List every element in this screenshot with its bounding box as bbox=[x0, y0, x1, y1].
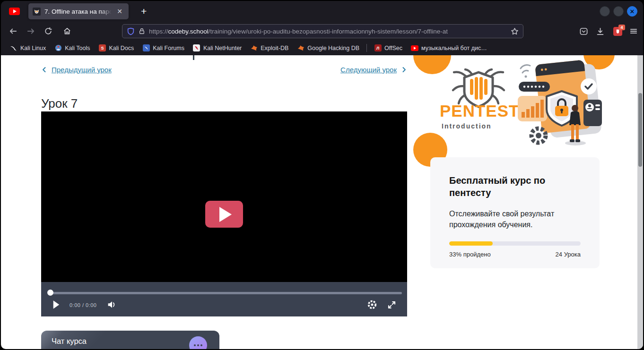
new-tab-button[interactable]: + bbox=[137, 6, 150, 17]
google-hacking-db-icon bbox=[297, 44, 305, 52]
clipped-heading-remnant bbox=[193, 55, 194, 60]
volume-icon[interactable] bbox=[106, 299, 118, 310]
extension-badge: 4 bbox=[618, 25, 625, 31]
next-lesson-link[interactable]: Следующий урок bbox=[340, 66, 407, 74]
lessons-count-label: 24 Урока bbox=[556, 251, 581, 258]
bookmark-kali-forums[interactable]: Kali Forums bbox=[138, 43, 189, 53]
page-content: Предыдущий урок Следующий урок Урок 7 0:… bbox=[1, 55, 643, 349]
url-text[interactable]: https://codeby.school/training/view/urok… bbox=[149, 28, 507, 35]
bookmarks-separator bbox=[366, 44, 367, 52]
banner-brand: PENTEST bbox=[440, 102, 519, 120]
home-icon[interactable] bbox=[61, 25, 74, 38]
play-button[interactable] bbox=[52, 299, 61, 310]
bookmark-kali-linux[interactable]: Kali Linux bbox=[6, 43, 50, 53]
url-domain: codeby.school bbox=[168, 28, 209, 35]
codeby-favicon-icon bbox=[33, 8, 41, 16]
page-scrollbar-track[interactable] bbox=[637, 55, 643, 349]
progress-bar bbox=[449, 241, 581, 246]
forward-icon[interactable] bbox=[24, 25, 37, 38]
tab-bar: 7. Offline атака на пароли ✕ + ✕ bbox=[1, 1, 643, 22]
lock-icon[interactable] bbox=[139, 27, 145, 35]
seek-bar[interactable] bbox=[48, 292, 402, 294]
reload-icon[interactable] bbox=[42, 25, 55, 38]
banner-subtitle: Introduction bbox=[442, 122, 492, 130]
video-controls: 0:00 / 0:00 bbox=[41, 282, 407, 316]
tab-close-icon[interactable]: ✕ bbox=[115, 7, 124, 16]
page-scrollbar-thumb[interactable] bbox=[638, 93, 642, 167]
bookmark-google-hacking-db[interactable]: Google Hacking DB bbox=[293, 43, 364, 53]
chevron-right-icon bbox=[401, 66, 407, 73]
kali-tools-icon bbox=[54, 44, 62, 52]
settings-gear-icon[interactable] bbox=[366, 299, 378, 311]
tab-title: 7. Offline атака на пароли bbox=[44, 8, 113, 15]
video-screen[interactable] bbox=[41, 111, 407, 282]
minimize-button[interactable] bbox=[600, 6, 610, 17]
window-controls: ✕ bbox=[600, 6, 643, 17]
bookmark-exploit-db[interactable]: Exploit-DB bbox=[246, 43, 293, 53]
navigation-toolbar: https://codeby.school/training/view/urok… bbox=[1, 22, 643, 41]
progress-percent-label: 33% пройдено bbox=[449, 251, 491, 258]
menu-hamburger-icon[interactable] bbox=[627, 25, 640, 38]
course-card-description: Отслеживайте свой результат прохождения … bbox=[449, 208, 581, 230]
exploit-db-icon bbox=[250, 44, 258, 52]
course-progress-card: Бесплатный курс по пентесту Отслеживайте… bbox=[430, 157, 600, 268]
security-illustration bbox=[518, 56, 602, 149]
course-card-title: Бесплатный курс по пентесту bbox=[449, 174, 581, 199]
progress-fill bbox=[449, 241, 493, 246]
seek-handle[interactable] bbox=[47, 290, 53, 296]
chat-title: Чат курса bbox=[52, 337, 87, 346]
lesson-navigation: Предыдущий урок Следующий урок bbox=[41, 66, 407, 74]
bookmark-star-icon[interactable] bbox=[511, 27, 519, 35]
fullscreen-icon[interactable] bbox=[386, 299, 397, 310]
bookmark-kali-docs[interactable]: S Kali Docs bbox=[94, 43, 138, 53]
close-button[interactable]: ✕ bbox=[627, 6, 637, 17]
banner-decor-circle bbox=[413, 55, 451, 74]
downloads-icon[interactable] bbox=[593, 25, 607, 38]
adblock-extension-icon[interactable]: 4 bbox=[611, 25, 624, 38]
prev-lesson-label: Предыдущий урок bbox=[52, 66, 112, 74]
kali-docs-icon: S bbox=[98, 44, 106, 52]
next-lesson-label: Следующий урок bbox=[340, 66, 397, 74]
kali-nethunter-icon bbox=[193, 44, 200, 52]
bookmark-music-bot[interactable]: музыкальный бот дис… bbox=[407, 43, 491, 53]
tracking-shield-icon[interactable] bbox=[127, 27, 135, 36]
youtube-icon bbox=[9, 8, 20, 15]
kali-dragon-icon bbox=[10, 44, 17, 52]
kali-forums-icon bbox=[142, 44, 150, 52]
url-bar[interactable]: https://codeby.school/training/view/urok… bbox=[122, 24, 523, 38]
url-path: /training/view/uroki-po-auditu-bezopasno… bbox=[209, 28, 448, 35]
bookmark-kali-tools[interactable]: Kali Tools bbox=[50, 43, 94, 53]
lesson-title: Урок 7 bbox=[41, 96, 78, 111]
youtube-icon bbox=[411, 44, 418, 52]
time-display: 0:00 / 0:00 bbox=[70, 302, 97, 308]
browser-window: 7. Offline атака на пароли ✕ + ✕ https:/… bbox=[0, 0, 644, 350]
chat-bubble-icon[interactable] bbox=[189, 336, 207, 349]
course-chat-widget[interactable]: Чат курса bbox=[41, 331, 219, 349]
maximize-button[interactable] bbox=[613, 6, 624, 17]
tab-active[interactable]: 7. Offline атака на пароли ✕ bbox=[28, 3, 129, 19]
video-player: 0:00 / 0:00 bbox=[41, 111, 407, 316]
back-icon[interactable] bbox=[7, 25, 20, 38]
prev-lesson-link[interactable]: Предыдущий урок bbox=[41, 66, 112, 74]
chevron-left-icon bbox=[41, 66, 47, 73]
big-play-button[interactable] bbox=[205, 201, 243, 228]
offsec-icon: Л bbox=[374, 44, 382, 52]
bookmark-offsec[interactable]: Л OffSec bbox=[370, 43, 407, 53]
pocket-icon[interactable] bbox=[577, 25, 590, 38]
bookmark-kali-nethunter[interactable]: Kali NetHunter bbox=[189, 43, 246, 53]
url-protocol: https:// bbox=[149, 28, 168, 35]
bookmarks-bar: Kali Linux Kali Tools S Kali Docs Kali F… bbox=[1, 41, 643, 55]
pinned-tab-youtube[interactable] bbox=[5, 3, 24, 19]
